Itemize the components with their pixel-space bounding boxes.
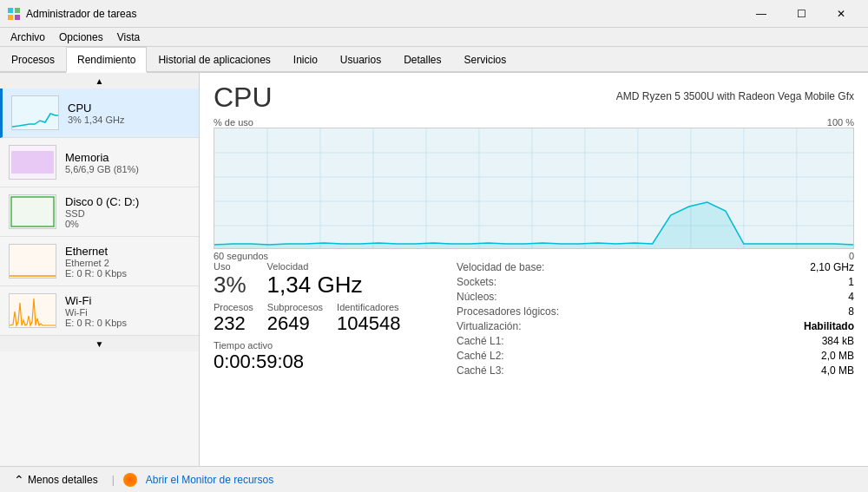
cpu-model: AMD Ryzen 5 3500U with Radeon Vega Mobil… [616, 82, 854, 102]
tab-bar: Procesos Rendimiento Historial de aplica… [0, 47, 868, 73]
velocidad-label: Velocidad [267, 261, 363, 272]
tab-historial[interactable]: Historial de aplicaciones [147, 47, 281, 71]
spec-label-3: Procesadores lógicos: [457, 305, 559, 318]
cpu-main-title: CPU [214, 82, 273, 114]
subprocesos-label: Subprocesos [267, 302, 323, 312]
ethernet-sidebar-sub2: E: 0 R: 0 Kbps [65, 268, 190, 279]
wifi-sidebar-title: Wi-Fi [65, 294, 190, 307]
maximize-button[interactable]: ☐ [781, 0, 821, 28]
spec-table: Velocidad de base:2,10 GHzSockets:1Núcle… [457, 261, 854, 377]
cpu-mini-chart [11, 95, 59, 130]
minimize-button[interactable]: — [741, 0, 781, 28]
uso-value: 3% [214, 272, 247, 298]
identificadores-value: 104548 [337, 312, 400, 335]
spec-value-7: 4,0 MB [821, 364, 854, 377]
tab-detalles[interactable]: Detalles [392, 47, 452, 71]
less-details-button[interactable]: ⌃ Menos detalles [9, 471, 103, 489]
sidebar-item-disco[interactable]: Disco 0 (C: D:) SSD 0% [0, 187, 199, 237]
spec-label-7: Caché L3: [457, 364, 504, 377]
spec-label-4: Virtualización: [457, 320, 521, 332]
sidebar-item-ethernet[interactable]: Ethernet Ethernet 2 E: 0 R: 0 Kbps [0, 237, 199, 286]
spec-row-6: Caché L2:2,0 MB [457, 350, 854, 362]
spec-row-0: Velocidad de base:2,10 GHz [457, 261, 854, 273]
svg-rect-9 [10, 245, 56, 278]
scroll-down-button[interactable]: ▼ [0, 336, 199, 351]
menu-archivo[interactable]: Archivo [3, 30, 52, 45]
chart-y-label: % de uso [214, 117, 253, 128]
memoria-sidebar-sub: 5,6/6,9 GB (81%) [65, 164, 190, 174]
svg-rect-2 [8, 15, 13, 20]
cpu-sidebar-title: CPU [68, 102, 190, 115]
tab-procesos[interactable]: Procesos [0, 47, 66, 71]
memoria-info: Memoria 5,6/6,9 GB (81%) [65, 151, 190, 174]
wifi-info: Wi-Fi Wi-Fi E: 0 R: 0 Kbps [65, 294, 190, 328]
svg-rect-1 [15, 8, 20, 13]
ethernet-sidebar-sub1: Ethernet 2 [65, 258, 190, 268]
task-manager-icon [7, 7, 21, 21]
separator: | [112, 474, 115, 486]
spec-label-5: Caché L1: [457, 335, 504, 347]
tab-rendimiento[interactable]: Rendimiento [66, 47, 147, 73]
left-stats: Uso 3% Velocidad 1,34 GHz Procesos 232 [214, 261, 439, 379]
main-content: ▲ CPU 3% 1,34 GHz [0, 73, 868, 466]
window-title: Administrador de tareas [26, 8, 136, 20]
tiempo-activo-label: Tiempo activo [214, 340, 439, 351]
spec-row-2: Núcleos:4 [457, 291, 854, 303]
tab-usuarios[interactable]: Usuarios [329, 47, 392, 71]
wifi-mini-chart [9, 293, 56, 328]
spec-label-6: Caché L2: [457, 350, 504, 362]
cpu-panel-header: CPU AMD Ryzen 5 3500U with Radeon Vega M… [214, 82, 854, 114]
wifi-sidebar-sub2: E: 0 R: 0 Kbps [65, 318, 190, 328]
tab-servicios[interactable]: Servicios [453, 47, 518, 71]
disco-sidebar-title: Disco 0 (C: D:) [65, 195, 190, 208]
sidebar-item-cpu[interactable]: CPU 3% 1,34 GHz [0, 89, 199, 138]
uso-group: Uso 3% [214, 261, 247, 298]
bottom-section: Uso 3% Velocidad 1,34 GHz Procesos 232 [214, 261, 854, 379]
chart-x-left: 60 segundos [214, 251, 268, 261]
procesos-group: Procesos 232 [214, 302, 253, 335]
chart-y-max: 100 % [827, 117, 854, 128]
spec-row-1: Sockets:1 [457, 276, 854, 288]
spec-row-7: Caché L3:4,0 MB [457, 364, 854, 377]
title-bar-controls: — ☐ ✕ [741, 0, 861, 28]
spec-value-4: Habilitado [804, 320, 854, 332]
svg-rect-0 [8, 8, 13, 13]
disco-sidebar-sub1: SSD [65, 208, 190, 219]
tab-inicio[interactable]: Inicio [282, 47, 329, 71]
tiempo-activo-value: 0:00:59:08 [214, 351, 439, 373]
sidebar: ▲ CPU 3% 1,34 GHz [0, 73, 200, 466]
cpu-sidebar-sub: 3% 1,34 GHz [68, 115, 190, 125]
spec-label-0: Velocidad de base: [457, 261, 544, 273]
tiempo-activo-group: Tiempo activo 0:00:59:08 [214, 340, 439, 373]
spec-label-2: Núcleos: [457, 291, 497, 303]
scroll-up-button[interactable]: ▲ [0, 73, 199, 89]
chart-labels-bottom: 60 segundos 0 [214, 251, 854, 261]
memoria-sidebar-title: Memoria [65, 151, 190, 164]
svg-rect-6 [11, 151, 54, 174]
spec-value-5: 384 kB [822, 335, 854, 347]
spec-value-1: 1 [848, 276, 854, 288]
memoria-mini-chart [9, 145, 56, 180]
close-button[interactable]: ✕ [821, 0, 861, 28]
menu-vista[interactable]: Vista [110, 30, 147, 45]
disco-info: Disco 0 (C: D:) SSD 0% [65, 195, 190, 229]
ethernet-mini-chart [9, 244, 56, 279]
monitor-link[interactable]: Abrir el Monitor de recursos [146, 474, 273, 486]
spec-value-3: 8 [848, 305, 854, 318]
sidebar-item-wifi[interactable]: Wi-Fi Wi-Fi E: 0 R: 0 Kbps [0, 286, 199, 336]
title-bar-left: Administrador de tareas [7, 7, 136, 21]
identificadores-label: Identificadores [337, 302, 400, 312]
disco-sidebar-sub2: 0% [65, 219, 190, 229]
chevron-up-icon: ⌃ [14, 473, 24, 487]
title-bar: Administrador de tareas — ☐ ✕ [0, 0, 868, 28]
ethernet-info: Ethernet Ethernet 2 E: 0 R: 0 Kbps [65, 245, 190, 279]
identificadores-group: Identificadores 104548 [337, 302, 400, 335]
disco-mini-chart [9, 194, 56, 229]
chart-x-right: 0 [849, 251, 854, 261]
sidebar-item-memoria[interactable]: Memoria 5,6/6,9 GB (81%) [0, 138, 199, 187]
menu-opciones[interactable]: Opciones [52, 30, 110, 45]
subprocesos-group: Subprocesos 2649 [267, 302, 323, 335]
chart-labels-top: % de uso 100 % [214, 117, 854, 128]
subprocesos-value: 2649 [267, 312, 323, 335]
velocidad-group: Velocidad 1,34 GHz [267, 261, 363, 298]
